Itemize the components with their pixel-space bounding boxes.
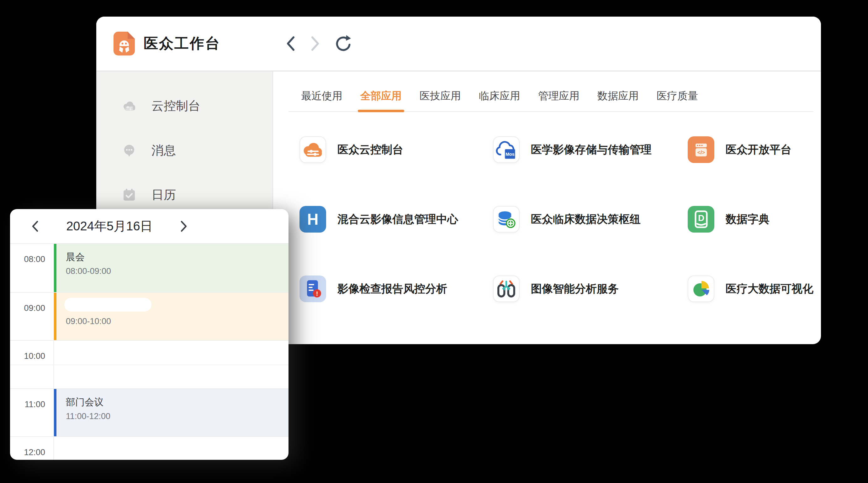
calendar-row-1200: 12:00 <box>10 436 288 460</box>
sidebar-item-label: 云控制台 <box>151 97 200 115</box>
sidebar-item-calendar[interactable]: 日历 <box>96 180 273 210</box>
calendar-row-0900: 09:00 09:00-10:00 <box>10 292 288 341</box>
letter-h-icon: H <box>300 206 326 232</box>
app-name: 影像检查报告风控分析 <box>337 282 447 296</box>
tab-data[interactable]: 数据应用 <box>597 89 639 111</box>
time-label: 09:00 <box>10 293 54 341</box>
calendar-date: 2024年5月16日 <box>43 218 176 235</box>
svg-text:!: ! <box>316 290 318 297</box>
calendar-event-redacted[interactable]: 09:00-10:00 <box>54 293 288 341</box>
window-nav <box>286 35 352 52</box>
sidebar-item-label: 日历 <box>151 187 176 203</box>
event-time: 09:00-10:00 <box>66 317 288 326</box>
app-report-risk-analysis[interactable]: ! 影像检查报告风控分析 <box>300 276 493 302</box>
app-hybrid-cloud-center[interactable]: H 混合云影像信息管理中心 <box>300 206 493 232</box>
app-name: 医众临床数据决策枢纽 <box>531 212 641 227</box>
lungs-icon <box>493 276 520 302</box>
tab-clinical[interactable]: 临床应用 <box>479 89 520 111</box>
refresh-icon <box>335 35 352 52</box>
cloud-sliders-icon <box>121 98 137 114</box>
app-name: 数据字典 <box>725 212 770 227</box>
event-time: 11:00-12:00 <box>66 412 288 421</box>
calendar-event-department-meeting[interactable]: 部门会议 11:00-12:00 <box>54 389 288 437</box>
code-window-icon: </> <box>688 136 714 163</box>
app-name: 医疗大数据可视化 <box>725 282 813 296</box>
refresh-button[interactable] <box>335 35 352 52</box>
tab-medtech[interactable]: 医技应用 <box>420 89 461 111</box>
sidebar-item-label: 消息 <box>151 142 176 159</box>
chevron-right-icon <box>310 36 320 52</box>
database-plus-icon <box>493 206 520 232</box>
app-name: 混合云影像信息管理中心 <box>337 212 458 227</box>
app-name: 医众云控制台 <box>337 142 403 157</box>
calendar-header: 2024年5月16日 <box>10 209 288 244</box>
tab-recent[interactable]: 最近使用 <box>301 89 342 111</box>
app-image-storage[interactable]: Mos 医学影像存储与传输管理 <box>493 136 688 163</box>
calendar-popover: 2024年5月16日 08:00 晨会 08:00-09:00 09:00 09… <box>10 209 288 460</box>
app-name: 医学影像存储与传输管理 <box>531 142 652 157</box>
app-data-dictionary[interactable]: D 数据字典 <box>688 206 813 232</box>
cloud-mos-icon: Mos <box>493 136 520 163</box>
app-name: 图像智能分析服务 <box>531 282 619 296</box>
sidebar-item-cloud-console[interactable]: 云控制台 <box>96 91 273 121</box>
app-category-tabs: 最近使用 全部应用 医技应用 临床应用 管理应用 数据应用 医疗质量 <box>288 71 813 112</box>
app-cloud-console[interactable]: 医众云控制台 <box>300 136 493 163</box>
calendar-row-1100: 11:00 部门会议 11:00-12:00 <box>10 388 288 437</box>
forward-button[interactable] <box>310 36 320 52</box>
window-header: 医众工作台 <box>96 17 821 71</box>
sidebar-item-messages[interactable]: 消息 <box>96 135 273 165</box>
app-name: 医众开放平台 <box>725 142 792 157</box>
tab-management[interactable]: 管理应用 <box>538 89 580 111</box>
app-big-data-visualization[interactable]: 医疗大数据可视化 <box>688 276 813 302</box>
svg-text:D: D <box>698 213 704 223</box>
time-label: 11:00 <box>10 389 54 437</box>
content-area: 最近使用 全部应用 医技应用 临床应用 管理应用 数据应用 医疗质量 <box>273 71 821 343</box>
tab-quality[interactable]: 医疗质量 <box>657 89 698 111</box>
redacted-event-title <box>64 298 151 312</box>
message-bubble-icon <box>121 142 137 158</box>
app-grid: 医众云控制台 Mos 医学影像存储与传输管理 <box>300 136 813 302</box>
time-label: 08:00 <box>10 244 54 292</box>
app-open-platform[interactable]: </> 医众开放平台 <box>688 136 813 163</box>
app-logo-icon <box>114 32 135 56</box>
app-clinical-data-hub[interactable]: 医众临床数据决策枢纽 <box>493 206 688 232</box>
calendar-event-morning-meeting[interactable]: 晨会 08:00-09:00 <box>54 244 288 292</box>
chevron-left-icon <box>286 36 296 52</box>
time-label: 12:00 <box>10 437 54 460</box>
tab-all-apps[interactable]: 全部应用 <box>360 89 402 111</box>
back-button[interactable] <box>286 36 296 52</box>
svg-text:</>: </> <box>698 150 705 156</box>
app-image-ai-analysis[interactable]: 图像智能分析服务 <box>493 276 688 302</box>
calendar-next-button[interactable] <box>176 220 191 232</box>
event-title: 晨会 <box>66 251 288 263</box>
svg-text:Mos: Mos <box>505 152 515 157</box>
calendar-row-1000: 10:00 <box>10 340 288 388</box>
report-alert-icon: ! <box>300 276 326 302</box>
cloud-sliders-icon <box>300 136 326 163</box>
chevron-left-icon <box>31 220 39 232</box>
calendar-row-0800: 08:00 晨会 08:00-09:00 <box>10 244 288 292</box>
pie-chart-icon <box>688 276 714 302</box>
calendar-prev-button[interactable] <box>28 220 43 232</box>
event-time: 08:00-09:00 <box>66 266 288 276</box>
event-title: 部门会议 <box>66 396 288 408</box>
app-title: 医众工作台 <box>144 34 220 53</box>
time-label: 10:00 <box>10 341 54 388</box>
chevron-right-icon <box>180 220 188 232</box>
svg-text:H: H <box>307 211 318 228</box>
calendar-check-icon <box>121 187 137 203</box>
dictionary-book-icon: D <box>688 206 714 232</box>
